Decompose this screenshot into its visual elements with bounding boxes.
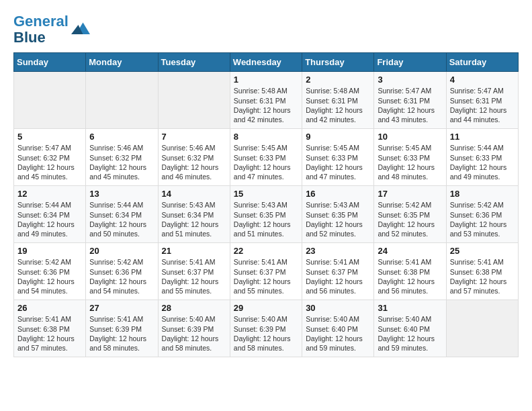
calendar-cell: 29Sunrise: 5:40 AMSunset: 6:39 PMDayligh… xyxy=(230,300,302,357)
week-row-2: 5Sunrise: 5:47 AMSunset: 6:32 PMDaylight… xyxy=(14,129,519,186)
logo-text: General Blue xyxy=(13,13,69,46)
page-header: General Blue xyxy=(13,13,519,46)
day-number: 27 xyxy=(89,303,154,313)
day-number: 16 xyxy=(306,189,370,199)
logo-icon xyxy=(71,20,90,39)
week-row-5: 26Sunrise: 5:41 AMSunset: 6:38 PMDayligh… xyxy=(14,300,519,357)
day-number: 18 xyxy=(450,189,515,199)
day-number: 2 xyxy=(306,75,370,85)
calendar-cell: 28Sunrise: 5:40 AMSunset: 6:39 PMDayligh… xyxy=(158,300,230,357)
day-number: 3 xyxy=(378,75,442,85)
calendar-cell: 17Sunrise: 5:42 AMSunset: 6:35 PMDayligh… xyxy=(374,186,446,243)
calendar-cell: 19Sunrise: 5:42 AMSunset: 6:36 PMDayligh… xyxy=(14,243,86,300)
cell-info: Sunrise: 5:41 AMSunset: 6:37 PMDaylight:… xyxy=(162,257,226,295)
calendar-cell: 26Sunrise: 5:41 AMSunset: 6:38 PMDayligh… xyxy=(14,300,86,357)
week-row-4: 19Sunrise: 5:42 AMSunset: 6:36 PMDayligh… xyxy=(14,243,519,300)
day-number: 26 xyxy=(17,303,82,313)
day-number: 17 xyxy=(378,189,442,199)
day-number: 14 xyxy=(162,189,226,199)
calendar-cell: 7Sunrise: 5:46 AMSunset: 6:32 PMDaylight… xyxy=(158,129,230,186)
calendar-cell: 18Sunrise: 5:42 AMSunset: 6:36 PMDayligh… xyxy=(446,186,518,243)
day-number: 7 xyxy=(162,132,226,142)
calendar-cell: 25Sunrise: 5:41 AMSunset: 6:38 PMDayligh… xyxy=(446,243,518,300)
cell-info: Sunrise: 5:47 AMSunset: 6:31 PMDaylight:… xyxy=(378,86,442,124)
week-row-3: 12Sunrise: 5:44 AMSunset: 6:34 PMDayligh… xyxy=(14,186,519,243)
day-number: 4 xyxy=(450,75,515,85)
calendar-cell: 11Sunrise: 5:44 AMSunset: 6:33 PMDayligh… xyxy=(446,129,518,186)
calendar-table: SundayMondayTuesdayWednesdayThursdayFrid… xyxy=(13,52,519,357)
day-number: 31 xyxy=(378,303,442,313)
cell-info: Sunrise: 5:42 AMSunset: 6:36 PMDaylight:… xyxy=(89,257,154,295)
day-number: 8 xyxy=(234,132,298,142)
calendar-cell: 13Sunrise: 5:44 AMSunset: 6:34 PMDayligh… xyxy=(86,186,158,243)
weekday-header-sunday: Sunday xyxy=(14,53,86,72)
day-number: 20 xyxy=(89,246,154,256)
cell-info: Sunrise: 5:42 AMSunset: 6:36 PMDaylight:… xyxy=(17,257,82,295)
cell-info: Sunrise: 5:47 AMSunset: 6:31 PMDaylight:… xyxy=(450,86,515,124)
calendar-cell: 14Sunrise: 5:43 AMSunset: 6:34 PMDayligh… xyxy=(158,186,230,243)
day-number: 22 xyxy=(234,246,298,256)
weekday-header-wednesday: Wednesday xyxy=(230,53,302,72)
cell-info: Sunrise: 5:42 AMSunset: 6:35 PMDaylight:… xyxy=(378,200,442,238)
cell-info: Sunrise: 5:45 AMSunset: 6:33 PMDaylight:… xyxy=(378,143,442,181)
cell-info: Sunrise: 5:43 AMSunset: 6:35 PMDaylight:… xyxy=(234,200,298,238)
calendar-cell: 8Sunrise: 5:45 AMSunset: 6:33 PMDaylight… xyxy=(230,129,302,186)
calendar-cell xyxy=(86,72,158,129)
cell-info: Sunrise: 5:48 AMSunset: 6:31 PMDaylight:… xyxy=(234,86,298,124)
logo: General Blue xyxy=(13,13,90,46)
calendar-cell: 30Sunrise: 5:40 AMSunset: 6:40 PMDayligh… xyxy=(302,300,374,357)
calendar-cell: 5Sunrise: 5:47 AMSunset: 6:32 PMDaylight… xyxy=(14,129,86,186)
cell-info: Sunrise: 5:40 AMSunset: 6:40 PMDaylight:… xyxy=(306,314,370,353)
day-number: 29 xyxy=(234,303,298,313)
calendar-cell xyxy=(158,72,230,129)
calendar-cell: 9Sunrise: 5:45 AMSunset: 6:33 PMDaylight… xyxy=(302,129,374,186)
cell-info: Sunrise: 5:40 AMSunset: 6:39 PMDaylight:… xyxy=(234,314,298,353)
week-row-1: 1Sunrise: 5:48 AMSunset: 6:31 PMDaylight… xyxy=(14,72,519,129)
weekday-header-tuesday: Tuesday xyxy=(158,53,230,72)
calendar-cell: 23Sunrise: 5:41 AMSunset: 6:37 PMDayligh… xyxy=(302,243,374,300)
day-number: 21 xyxy=(162,246,226,256)
cell-info: Sunrise: 5:40 AMSunset: 6:40 PMDaylight:… xyxy=(378,314,442,353)
cell-info: Sunrise: 5:41 AMSunset: 6:38 PMDaylight:… xyxy=(17,314,82,353)
cell-info: Sunrise: 5:48 AMSunset: 6:31 PMDaylight:… xyxy=(306,86,370,124)
cell-info: Sunrise: 5:46 AMSunset: 6:32 PMDaylight:… xyxy=(89,143,154,181)
cell-info: Sunrise: 5:47 AMSunset: 6:32 PMDaylight:… xyxy=(17,143,82,181)
cell-info: Sunrise: 5:41 AMSunset: 6:37 PMDaylight:… xyxy=(234,257,298,295)
day-number: 28 xyxy=(162,303,226,313)
weekday-header-thursday: Thursday xyxy=(302,53,374,72)
calendar-cell: 6Sunrise: 5:46 AMSunset: 6:32 PMDaylight… xyxy=(86,129,158,186)
cell-info: Sunrise: 5:41 AMSunset: 6:38 PMDaylight:… xyxy=(378,257,442,295)
day-number: 13 xyxy=(89,189,154,199)
calendar-cell: 3Sunrise: 5:47 AMSunset: 6:31 PMDaylight… xyxy=(374,72,446,129)
cell-info: Sunrise: 5:43 AMSunset: 6:35 PMDaylight:… xyxy=(306,200,370,238)
cell-info: Sunrise: 5:44 AMSunset: 6:34 PMDaylight:… xyxy=(89,200,154,238)
cell-info: Sunrise: 5:45 AMSunset: 6:33 PMDaylight:… xyxy=(306,143,370,181)
day-number: 19 xyxy=(17,246,82,256)
cell-info: Sunrise: 5:40 AMSunset: 6:39 PMDaylight:… xyxy=(162,314,226,353)
cell-info: Sunrise: 5:41 AMSunset: 6:38 PMDaylight:… xyxy=(450,257,515,295)
calendar-cell: 24Sunrise: 5:41 AMSunset: 6:38 PMDayligh… xyxy=(374,243,446,300)
cell-info: Sunrise: 5:41 AMSunset: 6:37 PMDaylight:… xyxy=(306,257,370,295)
day-number: 23 xyxy=(306,246,370,256)
cell-info: Sunrise: 5:41 AMSunset: 6:39 PMDaylight:… xyxy=(89,314,154,353)
day-number: 5 xyxy=(17,132,82,142)
day-number: 15 xyxy=(234,189,298,199)
weekday-header-row: SundayMondayTuesdayWednesdayThursdayFrid… xyxy=(14,53,519,72)
day-number: 25 xyxy=(450,246,515,256)
day-number: 10 xyxy=(378,132,442,142)
day-number: 9 xyxy=(306,132,370,142)
cell-info: Sunrise: 5:44 AMSunset: 6:34 PMDaylight:… xyxy=(17,200,82,238)
day-number: 24 xyxy=(378,246,442,256)
cell-info: Sunrise: 5:45 AMSunset: 6:33 PMDaylight:… xyxy=(234,143,298,181)
calendar-cell: 27Sunrise: 5:41 AMSunset: 6:39 PMDayligh… xyxy=(86,300,158,357)
calendar-cell: 16Sunrise: 5:43 AMSunset: 6:35 PMDayligh… xyxy=(302,186,374,243)
weekday-header-friday: Friday xyxy=(374,53,446,72)
calendar-cell: 22Sunrise: 5:41 AMSunset: 6:37 PMDayligh… xyxy=(230,243,302,300)
calendar-cell: 10Sunrise: 5:45 AMSunset: 6:33 PMDayligh… xyxy=(374,129,446,186)
day-number: 6 xyxy=(89,132,154,142)
cell-info: Sunrise: 5:42 AMSunset: 6:36 PMDaylight:… xyxy=(450,200,515,238)
calendar-cell: 15Sunrise: 5:43 AMSunset: 6:35 PMDayligh… xyxy=(230,186,302,243)
weekday-header-monday: Monday xyxy=(86,53,158,72)
day-number: 12 xyxy=(17,189,82,199)
cell-info: Sunrise: 5:44 AMSunset: 6:33 PMDaylight:… xyxy=(450,143,515,181)
